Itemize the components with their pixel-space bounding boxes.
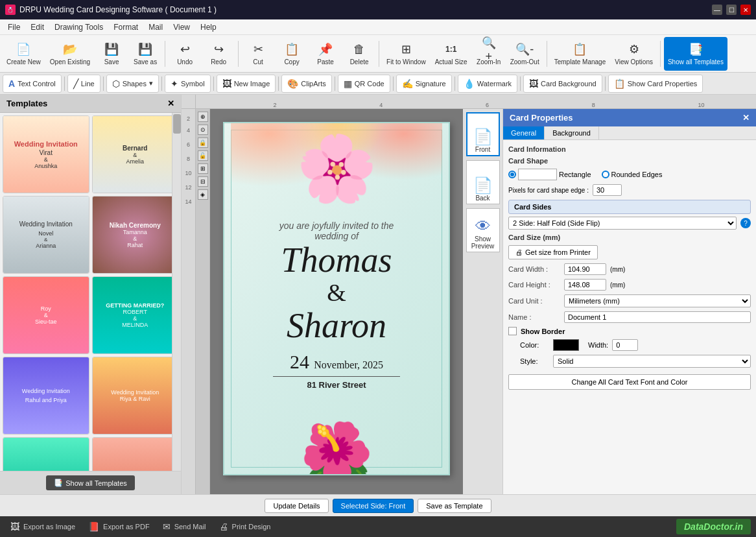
back-thumb-icon: 📄 bbox=[473, 176, 493, 195]
open-existing-button[interactable]: 📂 Open Existing bbox=[46, 37, 94, 71]
export-pdf-button[interactable]: 📕 Export as PDF bbox=[83, 519, 155, 534]
paste-button[interactable]: 📌 Paste bbox=[309, 37, 342, 71]
border-color-swatch[interactable] bbox=[553, 339, 579, 351]
save-as-template-button[interactable]: Save as Template bbox=[418, 499, 491, 513]
left-tool-6[interactable]: ⊟ bbox=[198, 176, 208, 187]
template-item[interactable]: Bernard & Amelia bbox=[92, 115, 179, 193]
templates-close-icon[interactable]: ✕ bbox=[167, 99, 174, 108]
actual-size-button[interactable]: 1:1 Actual Size bbox=[431, 37, 471, 71]
tab-general[interactable]: General bbox=[503, 126, 545, 139]
change-font-button[interactable]: Change All Card Text Font and Color bbox=[508, 374, 751, 390]
view-options-button[interactable]: ⚙ View Options bbox=[611, 37, 657, 71]
create-new-button[interactable]: 📄 Create New bbox=[3, 37, 45, 71]
line-button[interactable]: ╱ Line bbox=[67, 75, 100, 93]
get-size-from-printer-button[interactable]: 🖨 Get size from Printer bbox=[508, 245, 598, 259]
rectangle-radio[interactable] bbox=[508, 171, 516, 178]
delete-label: Delete bbox=[350, 58, 369, 66]
left-tool-3[interactable]: 🔒 bbox=[198, 137, 208, 148]
selected-side-button[interactable]: Selected Side: Front bbox=[333, 499, 414, 513]
show-border-checkbox[interactable] bbox=[508, 327, 517, 335]
template-item[interactable]: Wedding Invitation Riya & Ravi bbox=[92, 357, 179, 435]
border-width-input[interactable] bbox=[612, 339, 638, 351]
menu-format[interactable]: Format bbox=[108, 21, 143, 33]
template-item[interactable]: Wedding Invitation bbox=[92, 437, 179, 471]
save-as-button[interactable]: 💾 Save as bbox=[129, 37, 161, 71]
menu-file[interactable]: File bbox=[3, 21, 25, 33]
nav-back-button[interactable]: 📄 Back bbox=[466, 160, 500, 204]
name-input[interactable] bbox=[564, 311, 751, 323]
show-all-templates-btn[interactable]: 📑 Show all Templates bbox=[46, 475, 135, 490]
redo-button[interactable]: ↪ Redo bbox=[202, 37, 235, 71]
signature-button[interactable]: ✍ Signature bbox=[396, 75, 452, 93]
signature-icon: ✍ bbox=[402, 78, 413, 89]
undo-button[interactable]: ↩ Undo bbox=[169, 37, 201, 71]
print-design-button[interactable]: 🖨 Print Design bbox=[214, 519, 276, 534]
card-sides-header: Card Sides bbox=[508, 200, 751, 214]
export-image-button[interactable]: 🖼 Export as Image bbox=[5, 519, 80, 534]
left-tool-4[interactable]: 🔓 bbox=[198, 150, 208, 161]
menu-drawing-tools[interactable]: Drawing Tools bbox=[49, 21, 108, 33]
template-item[interactable]: Roy & Sieu-tae bbox=[3, 276, 89, 354]
info-button[interactable]: ? bbox=[740, 218, 751, 228]
text-control-button[interactable]: A Text Control bbox=[3, 75, 62, 93]
paste-label: Paste bbox=[317, 58, 334, 66]
left-tool-5[interactable]: ⊞ bbox=[198, 163, 208, 174]
title-bar: 💍 DRPU Wedding Card Designing Software (… bbox=[0, 0, 756, 19]
pixels-input[interactable] bbox=[593, 184, 622, 196]
new-image-button[interactable]: 🖼 New Image bbox=[217, 75, 276, 93]
left-tool-1[interactable]: ⊕ bbox=[198, 112, 208, 122]
cut-button[interactable]: ✂ Cut bbox=[242, 37, 274, 71]
card-height-input[interactable] bbox=[564, 279, 606, 291]
v-ruler-10: 10 bbox=[185, 170, 191, 176]
save-button[interactable]: 💾 Save bbox=[95, 37, 128, 71]
card-unit-select[interactable]: Milimeters (mm) Inches (in) Pixels (px) bbox=[564, 294, 751, 307]
nav-show-preview-button[interactable]: 👁 Show Preview bbox=[466, 208, 500, 252]
fit-to-window-button[interactable]: ⊞ Fit to Window bbox=[383, 37, 430, 71]
cliparts-button[interactable]: 🎨 ClipArts bbox=[281, 75, 332, 93]
show-all-templates-button[interactable]: 📑 Show all Templates bbox=[664, 37, 727, 71]
delete-button[interactable]: 🗑 Delete bbox=[343, 37, 375, 71]
maximize-btn[interactable]: ☐ bbox=[726, 5, 737, 15]
watermark-button[interactable]: 💧 Watermark bbox=[458, 75, 517, 93]
card-preview[interactable]: 🌸 you are joyfully invited to the weddin… bbox=[223, 122, 450, 475]
template-item[interactable]: GETTING MARRIED? ROBERT & MELINDA bbox=[92, 276, 179, 354]
shapes-button[interactable]: ⬡ Shapes ▾ bbox=[106, 75, 159, 93]
card-background-button[interactable]: 🖼 Card Background bbox=[523, 75, 602, 93]
nav-front-button[interactable]: 📄 Front bbox=[466, 112, 500, 156]
symbol-button[interactable]: ✦ Symbol bbox=[165, 75, 211, 93]
menu-help[interactable]: Help bbox=[195, 21, 222, 33]
shape-text-input[interactable] bbox=[518, 169, 557, 180]
rectangle-option[interactable]: Rectangle bbox=[508, 169, 591, 180]
menu-mail[interactable]: Mail bbox=[143, 21, 168, 33]
tab-background[interactable]: Background bbox=[545, 126, 599, 139]
name-row: Name : bbox=[508, 311, 751, 323]
update-details-button[interactable]: Update Details bbox=[265, 499, 328, 513]
border-style-select[interactable]: Solid Dashed Dotted bbox=[553, 355, 751, 368]
card-background-icon: 🖼 bbox=[529, 78, 538, 89]
template-item[interactable]: Wedding Invitation Virat & Anushka bbox=[3, 115, 89, 193]
manage-template-button[interactable]: 📋 Template Manage bbox=[550, 37, 610, 71]
card-sides-select[interactable]: 2 Side: Half Fold (Side Flip) 1 Side 2 S… bbox=[508, 217, 737, 230]
template-item[interactable]: Nikah Ceremony Tamanna & Rahat bbox=[92, 196, 179, 274]
rounded-radio[interactable] bbox=[602, 171, 609, 178]
zoom-out-button[interactable]: 🔍- Zoom-Out bbox=[506, 37, 543, 71]
menu-view[interactable]: View bbox=[168, 21, 195, 33]
rounded-edges-option[interactable]: Rounded Edges bbox=[602, 171, 663, 178]
left-tool-7[interactable]: ◈ bbox=[198, 189, 208, 200]
show-card-properties-button[interactable]: 📋 Show Card Properties bbox=[608, 75, 703, 93]
send-mail-button[interactable]: ✉ Send Mail bbox=[158, 519, 211, 534]
card-properties-close-icon[interactable]: ✕ bbox=[742, 113, 750, 123]
template-item[interactable]: Wedding Invitation Novel & Arianna bbox=[3, 196, 89, 274]
minimize-btn[interactable]: — bbox=[712, 5, 722, 15]
close-btn[interactable]: ✕ bbox=[740, 5, 751, 15]
card-width-input[interactable] bbox=[564, 263, 606, 275]
zoom-in-button[interactable]: 🔍+ Zoom-In bbox=[473, 37, 505, 71]
left-tool-2[interactable]: ⊙ bbox=[198, 125, 208, 135]
qr-code-button[interactable]: ▦ QR Code bbox=[338, 75, 390, 93]
app-icon: 💍 bbox=[5, 5, 16, 15]
copy-button[interactable]: 📋 Copy bbox=[276, 37, 308, 71]
menu-edit[interactable]: Edit bbox=[25, 21, 49, 33]
template-item[interactable]: Wedding Invitation Rahul and Priya bbox=[3, 357, 89, 435]
template-item[interactable]: Wedding Invitation bbox=[3, 437, 89, 471]
watermark-icon: 💧 bbox=[464, 78, 475, 89]
